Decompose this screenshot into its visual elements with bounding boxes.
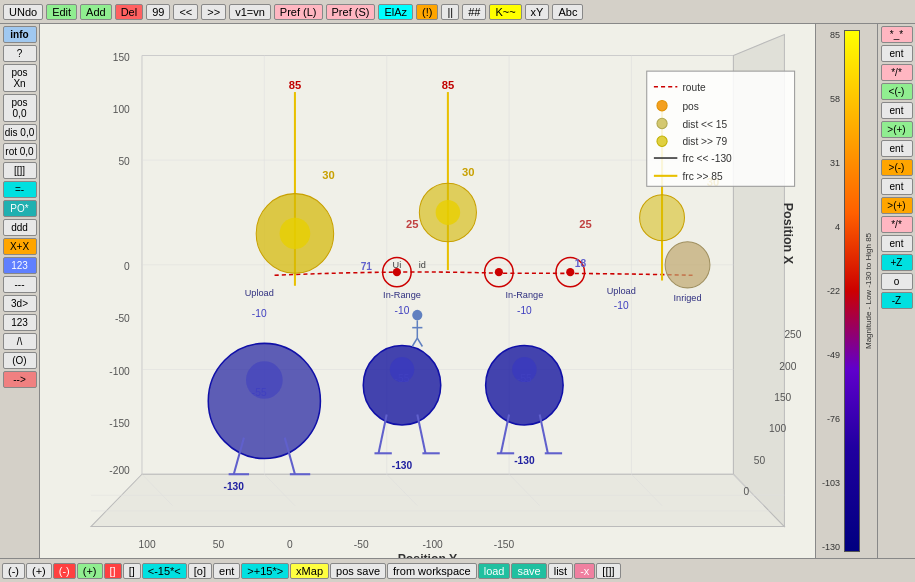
left-panel-btn-4[interactable]: dis 0,0 [3, 124, 37, 141]
svg-text:-100: -100 [422, 538, 443, 549]
right-panel-btn-10[interactable]: */* [881, 216, 913, 233]
cb-tick-2: 31 [830, 158, 840, 168]
right-panel-btn-11[interactable]: ent [881, 235, 913, 252]
left-panel-btn-1[interactable]: ? [3, 45, 37, 62]
left-panel-btn-14[interactable]: 123 [3, 314, 37, 331]
bottom-btn-1[interactable]: (+) [26, 563, 52, 579]
bottom-btn-9[interactable]: >+15*> [241, 563, 289, 579]
cb-tick-3: 4 [835, 222, 840, 232]
svg-text:85: 85 [442, 79, 454, 91]
right-panel-btn-8[interactable]: ent [881, 178, 913, 195]
main-area: info?pos Xnpos 0,0dis 0,0rot 0,0[[]]=-PO… [0, 24, 915, 558]
left-panel-btn-13[interactable]: 3d> [3, 295, 37, 312]
left-panel-btn-0[interactable]: info [3, 26, 37, 43]
left-panel-btn-8[interactable]: PO* [3, 200, 37, 217]
svg-text:-150: -150 [109, 418, 130, 429]
toolbar-btn-13[interactable]: ## [462, 4, 486, 20]
toolbar-btn-1[interactable]: Edit [46, 4, 77, 20]
right-panel-btn-4[interactable]: ent [881, 102, 913, 119]
left-panel-btn-5[interactable]: rot 0,0 [3, 143, 37, 160]
left-panel-btn-17[interactable]: --> [3, 371, 37, 388]
right-panel-btn-9[interactable]: >(+) [881, 197, 913, 214]
bottom-btn-2[interactable]: (-) [53, 563, 76, 579]
bottom-btn-4[interactable]: [] [104, 563, 122, 579]
toolbar-btn-11[interactable]: (!) [416, 4, 438, 20]
svg-text:30: 30 [462, 166, 474, 178]
bottom-btn-16[interactable]: -x [574, 563, 595, 579]
left-panel: info?pos Xnpos 0,0dis 0,0rot 0,0[[]]=-PO… [0, 24, 40, 558]
bottom-btn-6[interactable]: <-15*< [142, 563, 187, 579]
right-panel-btn-6[interactable]: ent [881, 140, 913, 157]
toolbar-btn-14[interactable]: K~~ [489, 4, 521, 20]
svg-text:50: 50 [754, 455, 766, 466]
bottom-btn-7[interactable]: [o] [188, 563, 212, 579]
left-panel-btn-12[interactable]: --- [3, 276, 37, 293]
bottom-btn-17[interactable]: [[]] [596, 563, 620, 579]
svg-text:100: 100 [139, 538, 156, 549]
toolbar-btn-9[interactable]: Pref (S) [326, 4, 376, 20]
svg-text:dist >> 79: dist >> 79 [682, 136, 727, 147]
right-panel-btn-2[interactable]: */* [881, 64, 913, 81]
toolbar-btn-8[interactable]: Pref (L) [274, 4, 323, 20]
svg-text:0: 0 [744, 486, 750, 497]
svg-text:Position X: Position X [781, 203, 795, 265]
bottom-btn-8[interactable]: ent [213, 563, 240, 579]
colorbar-label: Magnitude - Low -130 to High 85 [862, 24, 875, 558]
toolbar-btn-16[interactable]: Abc [552, 4, 583, 20]
right-panel-btn-3[interactable]: <(-) [881, 83, 913, 100]
bottom-btn-12[interactable]: from workspace [387, 563, 477, 579]
bottom-btn-3[interactable]: (+) [77, 563, 103, 579]
toolbar-buttons: UNdoEditAddDel99<<>>v1=vnPref (L)Pref (S… [2, 4, 584, 20]
svg-point-55 [640, 195, 685, 241]
toolbar-btn-3[interactable]: Del [115, 4, 144, 20]
svg-text:-55: -55 [395, 373, 410, 384]
right-panel-btn-5[interactable]: >(+) [881, 121, 913, 138]
left-panel-btn-7[interactable]: =- [3, 181, 37, 198]
svg-text:-100: -100 [109, 366, 130, 377]
left-panel-btn-15[interactable]: /\ [3, 333, 37, 350]
svg-point-113 [657, 118, 667, 128]
bottom-btn-0[interactable]: (-) [2, 563, 25, 579]
svg-text:Ui: Ui [393, 260, 402, 270]
bottom-btn-15[interactable]: list [548, 563, 573, 579]
right-panel-btn-12[interactable]: +Z [881, 254, 913, 271]
toolbar-btn-12[interactable]: || [441, 4, 459, 20]
right-panel-btn-13[interactable]: o [881, 273, 913, 290]
bottom-btn-14[interactable]: save [511, 563, 546, 579]
right-panel-btn-14[interactable]: -Z [881, 292, 913, 309]
svg-text:-50: -50 [115, 313, 130, 324]
svg-marker-5 [91, 474, 784, 526]
bottom-btn-11[interactable]: pos save [330, 563, 386, 579]
toolbar-btn-2[interactable]: Add [80, 4, 112, 20]
svg-text:0: 0 [287, 538, 293, 549]
svg-text:-150: -150 [494, 538, 515, 549]
left-panel-btn-9[interactable]: ddd [3, 219, 37, 236]
toolbar-btn-15[interactable]: xY [525, 4, 550, 20]
bottom-btn-13[interactable]: load [478, 563, 511, 579]
bottom-btn-10[interactable]: xMap [290, 563, 329, 579]
left-panel-btn-3[interactable]: pos 0,0 [3, 94, 37, 122]
svg-text:25: 25 [579, 218, 591, 230]
toolbar-btn-0[interactable]: UNdo [3, 4, 43, 20]
svg-text:frc << -130: frc << -130 [682, 153, 732, 164]
right-panel-btn-1[interactable]: ent [881, 45, 913, 62]
left-panel-btn-6[interactable]: [[]] [3, 162, 37, 179]
right-panel-btn-7[interactable]: >(-) [881, 159, 913, 176]
svg-text:-10: -10 [252, 308, 267, 319]
toolbar-btn-4[interactable]: 99 [146, 4, 170, 20]
svg-point-104 [665, 242, 710, 288]
toolbar-btn-5[interactable]: << [173, 4, 198, 20]
center-plot[interactable]: 150 100 50 0 -50 -100 -150 -200 100 50 0… [40, 24, 815, 558]
toolbar-btn-10[interactable]: ElAz [378, 4, 413, 20]
left-panel-btn-11[interactable]: 123 [3, 257, 37, 274]
bottom-btn-5[interactable]: [] [123, 563, 141, 579]
right-panel-btn-0[interactable]: *_* [881, 26, 913, 43]
left-panel-btn-16[interactable]: (O) [3, 352, 37, 369]
left-panel-btn-10[interactable]: X+X [3, 238, 37, 255]
svg-text:id: id [419, 260, 426, 270]
toolbar-btn-6[interactable]: >> [201, 4, 226, 20]
bottom-toolbar: (-)(+)(-)(+)[][]<-15*<[o]ent>+15*>xMappo… [0, 558, 915, 582]
svg-text:30: 30 [322, 169, 334, 181]
left-panel-btn-2[interactable]: pos Xn [3, 64, 37, 92]
toolbar-btn-7[interactable]: v1=vn [229, 4, 271, 20]
